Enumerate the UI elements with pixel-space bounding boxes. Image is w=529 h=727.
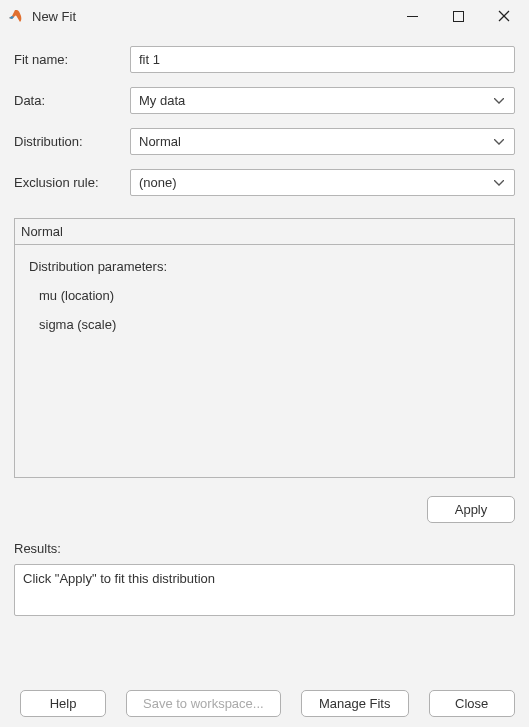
help-button[interactable]: Help — [20, 690, 106, 717]
distribution-label: Distribution: — [14, 134, 130, 149]
data-label: Data: — [14, 93, 130, 108]
exclusion-dropdown-value: (none) — [139, 175, 492, 190]
fitname-label: Fit name: — [14, 52, 130, 67]
chevron-down-icon — [492, 98, 506, 104]
fitname-input[interactable] — [130, 46, 515, 73]
spacer — [14, 616, 515, 690]
exclusion-row: Exclusion rule: (none) — [14, 169, 515, 196]
fitname-row: Fit name: — [14, 46, 515, 73]
close-window-button[interactable] — [481, 1, 527, 31]
data-dropdown-value: My data — [139, 93, 492, 108]
results-label: Results: — [14, 541, 515, 556]
distribution-panel-body: Distribution parameters: mu (location) s… — [15, 245, 514, 360]
distribution-row: Distribution: Normal — [14, 128, 515, 155]
save-workspace-button[interactable]: Save to workspace... — [126, 690, 281, 717]
titlebar: New Fit — [0, 0, 529, 32]
distribution-panel: Normal Distribution parameters: mu (loca… — [14, 218, 515, 478]
bottom-button-row: Help Save to workspace... Manage Fits Cl… — [14, 690, 515, 717]
params-title: Distribution parameters: — [29, 259, 500, 274]
svg-rect-1 — [453, 11, 463, 21]
window-title: New Fit — [32, 9, 389, 24]
distribution-panel-title: Normal — [15, 219, 514, 245]
minimize-button[interactable] — [389, 1, 435, 31]
window-controls — [389, 1, 527, 31]
maximize-button[interactable] — [435, 1, 481, 31]
data-row: Data: My data — [14, 87, 515, 114]
chevron-down-icon — [492, 139, 506, 145]
close-button[interactable]: Close — [429, 690, 515, 717]
exclusion-dropdown[interactable]: (none) — [130, 169, 515, 196]
param-mu: mu (location) — [29, 288, 500, 303]
data-dropdown[interactable]: My data — [130, 87, 515, 114]
new-fit-window: New Fit Fit name: Data: My data — [0, 0, 529, 727]
matlab-logo-icon — [8, 8, 24, 24]
chevron-down-icon — [492, 180, 506, 186]
content-area: Fit name: Data: My data Distribution: No… — [0, 32, 529, 727]
distribution-dropdown-value: Normal — [139, 134, 492, 149]
param-sigma: sigma (scale) — [29, 317, 500, 332]
distribution-dropdown[interactable]: Normal — [130, 128, 515, 155]
apply-button[interactable]: Apply — [427, 496, 515, 523]
apply-row: Apply — [14, 496, 515, 523]
results-box: Click "Apply" to fit this distribution — [14, 564, 515, 616]
exclusion-label: Exclusion rule: — [14, 175, 130, 190]
manage-fits-button[interactable]: Manage Fits — [301, 690, 409, 717]
